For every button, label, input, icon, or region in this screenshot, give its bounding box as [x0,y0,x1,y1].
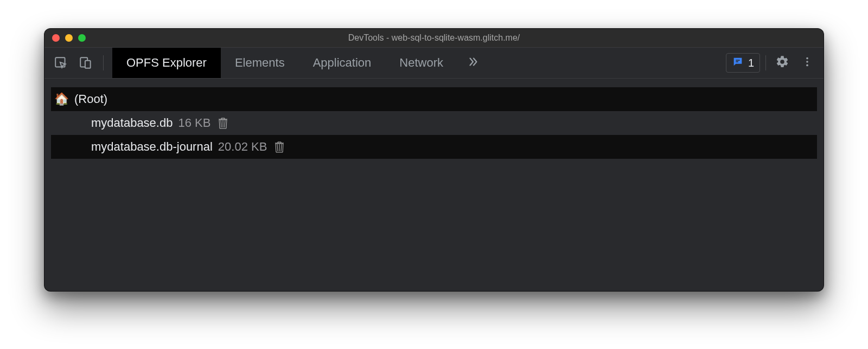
svg-point-7 [806,64,808,67]
divider [765,55,766,70]
settings-button[interactable] [771,52,793,74]
window-title: DevTools - web-sql-to-sqlite-wasm.glitch… [44,33,824,43]
root-label: (Root) [74,92,107,106]
tab-label: Application [313,56,372,70]
tab-label: Network [399,56,443,70]
trash-icon[interactable] [216,116,230,130]
file-size: 20.02 KB [218,140,267,154]
tree-root-row[interactable]: 🏠 (Root) [51,87,817,111]
titlebar: DevTools - web-sql-to-sqlite-wasm.glitch… [44,29,824,47]
tabs: OPFS Explorer Elements Application Netwo… [112,48,489,78]
tab-label: OPFS Explorer [126,56,207,70]
svg-rect-4 [736,61,738,62]
traffic-lights [44,34,86,42]
svg-rect-3 [736,60,739,61]
issues-count: 1 [748,57,754,69]
kebab-icon [801,56,813,70]
opfs-tree: 🏠 (Root) mydatabase.db 16 KB mydatabase.… [44,79,824,291]
gear-icon [775,55,789,71]
divider [103,55,104,70]
svg-point-5 [806,57,808,60]
more-tabs-button[interactable] [457,48,489,78]
svg-rect-2 [85,61,91,68]
toolbar: OPFS Explorer Elements Application Netwo… [44,47,824,79]
trash-icon[interactable] [272,140,286,154]
device-toolbar-icon[interactable] [76,53,95,73]
more-options-button[interactable] [796,52,818,74]
tab-label: Elements [235,56,285,70]
svg-point-6 [806,61,808,63]
toolbar-left [44,48,112,78]
chevron-double-right-icon [467,55,479,72]
house-icon: 🏠 [54,92,69,106]
file-name: mydatabase.db [91,116,173,130]
close-button[interactable] [52,34,60,42]
maximize-button[interactable] [78,34,86,42]
issues-icon [732,56,744,70]
file-size: 16 KB [178,116,210,130]
inspect-element-icon[interactable] [51,53,71,73]
file-name: mydatabase.db-journal [91,140,213,154]
issues-badge[interactable]: 1 [726,53,760,73]
tree-file-row[interactable]: mydatabase.db-journal 20.02 KB [51,135,817,159]
tab-network[interactable]: Network [385,48,457,78]
toolbar-right: 1 [726,48,824,78]
tab-application[interactable]: Application [299,48,386,78]
tab-elements[interactable]: Elements [221,48,299,78]
tab-opfs-explorer[interactable]: OPFS Explorer [112,48,221,78]
devtools-window: DevTools - web-sql-to-sqlite-wasm.glitch… [44,28,824,292]
tree-file-row[interactable]: mydatabase.db 16 KB [51,111,817,135]
minimize-button[interactable] [65,34,73,42]
